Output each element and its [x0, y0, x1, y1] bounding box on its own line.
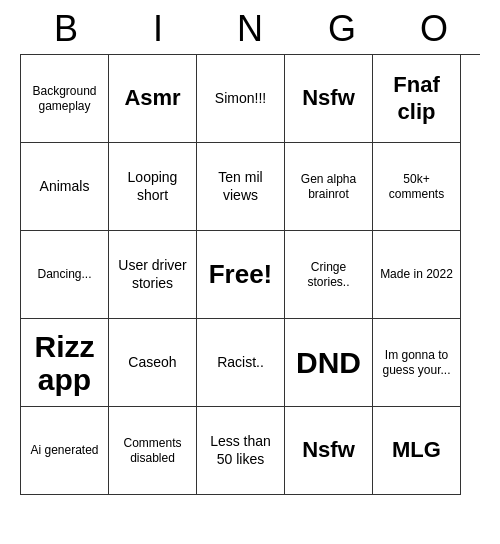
cell-text: Caseoh	[128, 354, 176, 372]
cell-text: Racist..	[217, 354, 264, 372]
bingo-cell[interactable]: 50k+ comments	[373, 143, 461, 231]
bingo-cell[interactable]: Background gameplay	[21, 55, 109, 143]
cell-text: Looping short	[113, 169, 192, 204]
cell-text: Cringe stories..	[289, 260, 368, 290]
cell-text: Asmr	[124, 85, 180, 111]
cell-text: MLG	[392, 437, 441, 463]
bingo-cell[interactable]: Comments disabled	[109, 407, 197, 495]
bingo-cell[interactable]: Fnaf clip	[373, 55, 461, 143]
cell-text: Simon!!!	[215, 90, 266, 108]
bingo-cell[interactable]: Made in 2022	[373, 231, 461, 319]
bingo-cell[interactable]: Animals	[21, 143, 109, 231]
cell-text: Animals	[40, 178, 90, 196]
cell-text: Fnaf clip	[377, 72, 456, 125]
bingo-cell[interactable]: Gen alpha brainrot	[285, 143, 373, 231]
cell-text: Comments disabled	[113, 436, 192, 466]
bingo-cell[interactable]: Rizz app	[21, 319, 109, 407]
bingo-cell[interactable]: Nsfw	[285, 55, 373, 143]
bingo-cell[interactable]: DND	[285, 319, 373, 407]
bingo-cell[interactable]: Less than 50 likes	[197, 407, 285, 495]
bingo-cell[interactable]: Looping short	[109, 143, 197, 231]
header-letter: I	[114, 8, 202, 50]
cell-text: DND	[296, 346, 361, 379]
header-letter: B	[22, 8, 110, 50]
cell-text: Less than 50 likes	[201, 433, 280, 468]
bingo-cell[interactable]: Asmr	[109, 55, 197, 143]
cell-text: Ten mil views	[201, 169, 280, 204]
bingo-cell[interactable]: Simon!!!	[197, 55, 285, 143]
cell-text: 50k+ comments	[377, 172, 456, 202]
cell-text: Nsfw	[302, 437, 355, 463]
cell-text: Made in 2022	[380, 267, 453, 282]
header-letter: O	[390, 8, 478, 50]
cell-text: Ai generated	[30, 443, 98, 458]
bingo-grid: Background gameplayAsmrSimon!!!NsfwFnaf …	[20, 54, 480, 495]
bingo-cell[interactable]: Racist..	[197, 319, 285, 407]
cell-text: Im gonna to guess your...	[377, 348, 456, 378]
cell-text: Rizz app	[25, 330, 104, 396]
bingo-cell[interactable]: Nsfw	[285, 407, 373, 495]
bingo-cell[interactable]: Cringe stories..	[285, 231, 373, 319]
cell-text: Background gameplay	[25, 84, 104, 114]
bingo-cell[interactable]: Free!	[197, 231, 285, 319]
cell-text: Gen alpha brainrot	[289, 172, 368, 202]
cell-text: Nsfw	[302, 85, 355, 111]
bingo-cell[interactable]: Caseoh	[109, 319, 197, 407]
cell-text: User driver stories	[113, 257, 192, 292]
bingo-cell[interactable]: MLG	[373, 407, 461, 495]
bingo-cell[interactable]: Ten mil views	[197, 143, 285, 231]
bingo-cell[interactable]: User driver stories	[109, 231, 197, 319]
bingo-cell[interactable]: Dancing...	[21, 231, 109, 319]
bingo-header: BINGO	[20, 0, 480, 54]
cell-text: Free!	[209, 259, 273, 290]
bingo-cell[interactable]: Ai generated	[21, 407, 109, 495]
cell-text: Dancing...	[37, 267, 91, 282]
bingo-cell[interactable]: Im gonna to guess your...	[373, 319, 461, 407]
header-letter: N	[206, 8, 294, 50]
header-letter: G	[298, 8, 386, 50]
